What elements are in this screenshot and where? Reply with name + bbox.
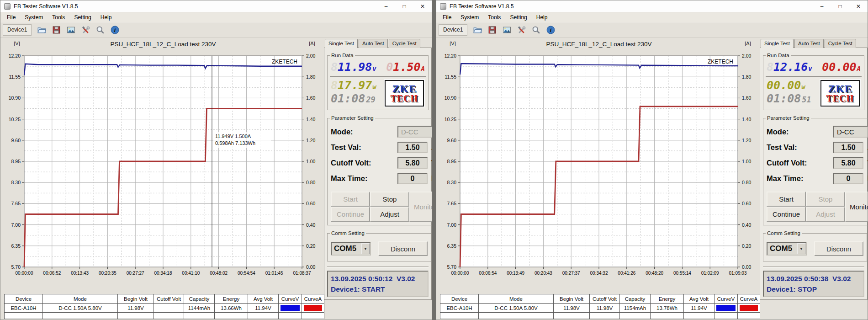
- search-button[interactable]: [94, 24, 107, 37]
- open-button[interactable]: [35, 24, 48, 37]
- left-axis-tick: 5.70: [447, 264, 457, 270]
- menu-item-setting[interactable]: Setting: [69, 13, 95, 21]
- max-time-input[interactable]: 0: [397, 173, 428, 184]
- tools-button[interactable]: [79, 24, 92, 37]
- x-tick-label: 00:41:26: [618, 271, 635, 276]
- cutoff-volt-label: Cutoff Volt:: [767, 159, 833, 167]
- chart-annotation-line-1: 11.949V 1.500A: [215, 133, 251, 139]
- tab-auto-test[interactable]: Auto Test: [359, 39, 388, 48]
- device-selector[interactable]: Device1: [439, 24, 467, 36]
- window-title: EB Tester Software V1.8.5: [14, 3, 78, 10]
- status-line-2: Device1: STOP: [767, 284, 861, 294]
- menu-item-system[interactable]: System: [456, 13, 483, 21]
- minimize-button[interactable]: –: [377, 0, 395, 12]
- monitor-button[interactable]: Monitor: [409, 192, 432, 222]
- image-button[interactable]: [500, 24, 513, 37]
- run-data-divider: [766, 76, 862, 77]
- tab-cycle-test[interactable]: Cycle Test: [825, 39, 856, 48]
- menu-bar: FileSystemToolsSettingHelp: [0, 12, 432, 22]
- x-tick-label: 01:01:45: [265, 271, 283, 276]
- stop-button[interactable]: Stop: [370, 192, 409, 207]
- continue-button[interactable]: Continue: [767, 207, 806, 222]
- left-axis-tick: 8.95: [447, 159, 457, 164]
- tab-single-test[interactable]: Single Test: [325, 39, 358, 48]
- cutoff-volt-input[interactable]: 5.80: [833, 157, 863, 169]
- menu-item-system[interactable]: System: [20, 13, 48, 21]
- table-row[interactable]: EBC-A10HD-CC 1.50A 5.80V11.98V1144mAh13.…: [5, 304, 324, 313]
- left-axis-tick: 10.90: [9, 95, 21, 101]
- adjust-button[interactable]: Adjust: [370, 207, 409, 222]
- tools-button[interactable]: [515, 24, 528, 37]
- monitor-button[interactable]: Monitor: [845, 192, 868, 222]
- save-button[interactable]: [50, 24, 63, 37]
- max-time-unit: M: [431, 174, 432, 183]
- search-button[interactable]: [529, 24, 543, 37]
- chevron-down-icon[interactable]: ▼: [361, 243, 370, 254]
- left-axis-tick: 10.90: [445, 95, 456, 101]
- right-axis-tick: 0.40: [742, 222, 752, 228]
- save-button[interactable]: [486, 24, 499, 37]
- status-box: 13.09.2025 0:50:38 V3.02 Device1: STOP: [763, 271, 864, 297]
- adjust-button[interactable]: Adjust: [806, 207, 845, 222]
- table-cell: [154, 313, 184, 319]
- stop-button[interactable]: Stop: [806, 192, 845, 207]
- col-avg-volt: Avg Volt: [684, 294, 715, 304]
- image-button[interactable]: [64, 24, 78, 37]
- right-axis-tick: 0.20: [742, 243, 752, 249]
- table-row[interactable]: EBC-A10HD-CC 1.50A 5.80V11.98V11.98V1154…: [440, 304, 760, 313]
- tab-single-test[interactable]: Single Test: [761, 39, 794, 48]
- mode-select[interactable]: D-CC▼: [397, 126, 432, 138]
- parameter-setting-legend: Parameter Setting: [766, 115, 811, 121]
- tab-cycle-test[interactable]: Cycle Test: [389, 39, 420, 48]
- maximize-button[interactable]: □: [395, 0, 413, 12]
- com-port-select[interactable]: COM5▼: [767, 242, 807, 256]
- menu-item-help[interactable]: Help: [96, 13, 116, 21]
- save-icon: [52, 25, 61, 35]
- results-table: DeviceModeBegin VoltCutoff VoltCapacityE…: [440, 294, 760, 319]
- disconnect-button[interactable]: Disconn: [814, 241, 863, 256]
- minimize-button[interactable]: –: [813, 0, 831, 12]
- run-data-legend: Run Data: [330, 53, 355, 58]
- tab-auto-test[interactable]: Auto Test: [794, 39, 824, 48]
- app-icon: [440, 3, 446, 10]
- menu-item-file[interactable]: File: [2, 13, 20, 21]
- disconnect-button[interactable]: Disconn: [378, 241, 428, 256]
- test-val-input[interactable]: 1.50: [833, 142, 863, 153]
- x-tick-label: 00:06:52: [43, 271, 61, 276]
- open-button[interactable]: [471, 24, 484, 37]
- left-axis-tick: 7.00: [447, 222, 457, 228]
- close-button[interactable]: ✕: [849, 0, 868, 12]
- start-button[interactable]: Start: [767, 192, 806, 207]
- current-display: 00.00A: [822, 60, 861, 74]
- maximize-button[interactable]: □: [831, 0, 849, 12]
- close-button[interactable]: ✕: [413, 0, 432, 12]
- max-time-input[interactable]: 0: [833, 173, 863, 184]
- start-button[interactable]: Start: [331, 192, 370, 207]
- info-button[interactable]: i: [108, 24, 122, 37]
- cutoff-volt-unit: V: [431, 159, 432, 167]
- device-selector[interactable]: Device1: [3, 24, 32, 36]
- param-row-mode: Mode:D-CC▼: [331, 126, 432, 138]
- mode-select[interactable]: D-CC▼: [833, 126, 868, 138]
- x-tick-label: 00:20:43: [535, 271, 552, 276]
- info-button[interactable]: i: [544, 24, 557, 37]
- cutoff-volt-input[interactable]: 5.80: [397, 157, 428, 169]
- test-val-input[interactable]: 1.50: [397, 142, 428, 153]
- menu-item-help[interactable]: Help: [532, 13, 552, 21]
- window-controls: – □ ✕: [377, 0, 432, 12]
- left-axis-tick: 6.35: [447, 243, 457, 249]
- menu-item-file[interactable]: File: [438, 13, 456, 21]
- voltage-unit: v: [808, 65, 812, 72]
- x-tick-label: 00:00:00: [16, 271, 33, 276]
- chevron-down-icon[interactable]: ▼: [797, 243, 805, 254]
- menu-item-tools[interactable]: Tools: [48, 13, 69, 21]
- left-axis-tick: 8.30: [447, 180, 457, 185]
- voltage-display: 812.16v: [767, 60, 812, 74]
- continue-button[interactable]: Continue: [331, 207, 370, 222]
- com-port-select[interactable]: COM5▼: [331, 242, 371, 256]
- menu-item-setting[interactable]: Setting: [505, 13, 531, 21]
- load-test-chart[interactable]: 00:00:0000:06:5400:13:4900:20:4300:27:37…: [436, 38, 760, 294]
- table-cell: 13.66Wh: [215, 304, 248, 313]
- load-test-chart[interactable]: 00:00:0000:06:5200:13:4300:20:3500:27:27…: [0, 38, 324, 294]
- menu-item-tools[interactable]: Tools: [483, 13, 505, 21]
